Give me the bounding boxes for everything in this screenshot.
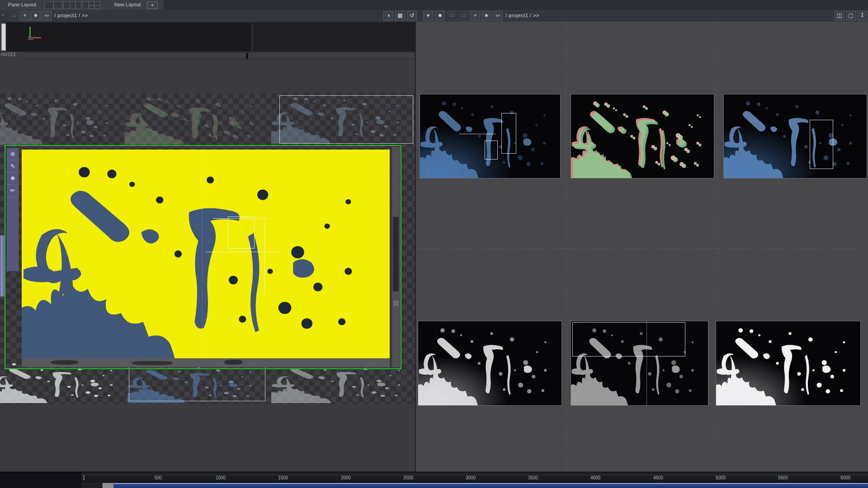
splatter-smudge <box>224 360 242 365</box>
collapse-pane-icon[interactable]: ↧ <box>857 11 867 21</box>
timeline-left-block <box>0 472 81 488</box>
pane-divider[interactable] <box>415 22 416 472</box>
ghost-node-outline <box>279 95 413 144</box>
parameter-strip-pane[interactable] <box>6 23 416 52</box>
new-layout-label: New Layout <box>114 2 141 7</box>
back-arrow-button-right[interactable]: ⇦ <box>493 11 503 21</box>
splash-highlight <box>420 94 560 178</box>
split-pane-icon[interactable]: ◫ <box>835 11 844 21</box>
pen-icon[interactable]: ✏ <box>7 185 19 197</box>
ghost-node-preview[interactable] <box>124 93 267 145</box>
preset-split-icon <box>53 2 54 9</box>
timeline-tick: 2000 <box>341 475 351 480</box>
overlay-selection-box <box>485 141 498 160</box>
mini-pane-horizontal-scrollbar[interactable] <box>22 52 415 59</box>
scrollbar-position-tick <box>246 53 248 59</box>
overlay-selection-box <box>572 322 685 357</box>
overlay-grid-line <box>202 150 203 358</box>
node-thumbnail-matte-1[interactable] <box>418 321 562 406</box>
history-button[interactable]: ▭ <box>9 11 19 21</box>
select-icon[interactable]: ❖ <box>7 173 19 185</box>
preset-split-icon <box>70 2 70 9</box>
timeline-tick: 3500 <box>528 475 538 480</box>
compositing-app-window: Pane Layout New Layout + − ▭ + ★ ⇦ / pro… <box>0 0 868 488</box>
pane-layout-label: Pane Layout <box>8 2 36 7</box>
timeline-range-handle[interactable] <box>102 483 114 488</box>
preset-split-icon <box>75 2 75 9</box>
timeline-range-bar[interactable] <box>114 483 868 488</box>
mini-pane-vertical-scrollbar[interactable] <box>1 23 6 51</box>
grid-line-horizontal <box>416 249 868 249</box>
left-pane-network-path[interactable]: / project1 / >> <box>54 13 88 18</box>
timeline-tick: 3000 <box>466 475 476 480</box>
timeline-start-marker: [ <box>83 474 85 480</box>
axis-corner <box>28 36 33 40</box>
collapse-icon[interactable]: − <box>1 12 5 18</box>
axis-gizmo-icon <box>27 26 42 41</box>
timeline-tick: 1500 <box>278 475 288 480</box>
preset-split-icon <box>89 5 100 6</box>
refresh-button[interactable]: ↺ <box>407 11 417 21</box>
inactive-button-1[interactable]: ▭ <box>448 11 458 21</box>
inactive-button-2[interactable]: ▭ <box>458 11 468 21</box>
timeline-tick: 500 <box>155 475 162 480</box>
viewer-bottom-strip <box>22 358 390 367</box>
bookmark-star-button[interactable]: ★ <box>31 11 41 21</box>
node-thumbnail-multicolor[interactable] <box>571 94 714 178</box>
add-tab-button-right[interactable]: + <box>470 11 480 21</box>
back-arrow-button[interactable]: ⇦ <box>42 11 52 21</box>
right-pane-network-path[interactable]: / project1 / >> <box>505 13 539 18</box>
timeline-tick: 4500 <box>653 475 663 480</box>
layout-preset-3-button[interactable] <box>82 1 100 9</box>
node-thumbnail-blue-1[interactable] <box>420 94 561 178</box>
maximize-pane-icon[interactable]: ▢ <box>846 11 856 21</box>
splash-highlight <box>418 321 561 405</box>
layout-preset-1-button[interactable] <box>44 1 62 9</box>
bookmark-star-button-right[interactable]: ★ <box>481 11 491 21</box>
timeline-bar[interactable]: [ 500 1000 1500 2000 2500 3000 3500 4000… <box>0 472 868 488</box>
overlay-selection-box <box>810 120 834 169</box>
pencil-icon[interactable]: ✎ <box>7 160 19 173</box>
display-mode-button[interactable]: ◑ <box>383 11 393 21</box>
timeline-tick: 1000 <box>216 475 226 480</box>
overlay-guide-line <box>459 134 496 134</box>
layout-menu-bar: Pane Layout New Layout + <box>0 0 868 10</box>
ghost-node-preview[interactable] <box>0 93 122 145</box>
splatter-smudge <box>51 360 78 365</box>
timeline-tick: 6000 <box>840 475 850 480</box>
timeline-tick: 2500 <box>403 475 413 480</box>
timeline-tick: 4000 <box>590 475 600 480</box>
viewer-vertical-scrollbar[interactable] <box>392 147 400 367</box>
new-layout-add-button[interactable]: + <box>147 1 158 9</box>
splash-highlight <box>716 321 860 405</box>
add-tab-button[interactable]: + <box>20 11 30 21</box>
stop-square-button[interactable]: ■ <box>435 11 445 21</box>
timeline-tick: 5000 <box>716 475 726 480</box>
scrollbar-thumb[interactable] <box>393 217 399 291</box>
pane-header-row: − ▭ + ★ ⇦ / project1 / >> ◑ ▦ ↺ ▾ ■ ▭ ▭ … <box>0 10 868 22</box>
splatter-smudge <box>132 361 173 365</box>
target-icon[interactable]: ⊚ <box>7 148 19 160</box>
node-image-viewport[interactable] <box>22 150 390 358</box>
overlay-guide-line <box>646 321 647 405</box>
node-thumbnail-matte-2[interactable] <box>571 321 708 406</box>
layout-preset-2-button[interactable] <box>63 1 81 9</box>
node-thumbnail-blue-2[interactable] <box>723 94 867 178</box>
overlay-guide-line <box>264 218 265 296</box>
overlay-selection-box <box>228 216 255 249</box>
node-thumbnail-matte-3[interactable] <box>716 321 861 406</box>
node-viewer-toolbar: ⊚ ✎ ❖ ✏ <box>6 148 19 272</box>
network-zoom-label: ns/113 <box>1 52 15 57</box>
splash-highlight <box>724 94 867 178</box>
scrollbar-handle[interactable] <box>393 300 399 306</box>
grid-snap-button[interactable]: ▦ <box>395 11 405 21</box>
timeline-tick: 5500 <box>778 475 788 480</box>
dropdown-button[interactable]: ▾ <box>423 11 433 21</box>
parameter-strip-right-half <box>252 23 416 51</box>
overlay-guide-line <box>206 252 279 252</box>
overlay-selection-box <box>501 113 516 154</box>
selected-node-viewer[interactable]: ⊚ ✎ ❖ ✏ <box>5 145 401 369</box>
